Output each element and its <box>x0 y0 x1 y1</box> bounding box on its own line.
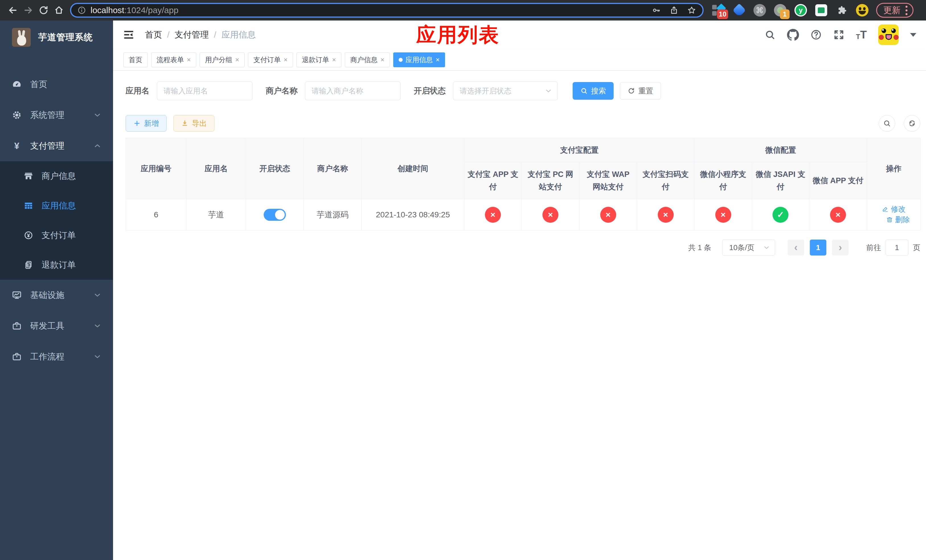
browser-home-button[interactable] <box>51 3 67 18</box>
briefcase-icon <box>11 351 22 362</box>
col-header-name: 应用名 <box>186 138 246 199</box>
sidebar-item-label: 研发工具 <box>30 320 64 332</box>
tab-pay-order[interactable]: 支付订单× <box>248 52 293 67</box>
export-button[interactable]: 导出 <box>173 115 215 132</box>
cell-alipay-wap: × <box>580 199 637 230</box>
sidebar-item-home[interactable]: 首页 <box>0 69 113 100</box>
share-icon[interactable] <box>669 6 679 15</box>
fullscreen-icon[interactable] <box>833 29 844 41</box>
close-icon[interactable]: × <box>284 56 287 63</box>
cell-merchant: 芋道源码 <box>304 199 362 230</box>
page-size-select[interactable]: 10条/页 <box>722 239 775 256</box>
avatar-caret-icon[interactable] <box>910 33 916 37</box>
close-icon[interactable]: × <box>332 56 336 63</box>
password-key-icon[interactable] <box>652 6 661 15</box>
merchant-name-input[interactable] <box>305 82 401 100</box>
search-button[interactable]: 搜索 <box>573 82 614 100</box>
sidebar-item-infra[interactable]: 基础设施 <box>0 280 113 310</box>
github-icon[interactable] <box>787 29 799 41</box>
refresh-table-button[interactable] <box>904 115 920 132</box>
browser-menu-kebab-icon[interactable] <box>905 6 908 15</box>
extension-yuque-icon[interactable]: y <box>794 4 807 17</box>
sidebar-item-pay[interactable]: ¥ 支付管理 <box>0 130 113 161</box>
sidebar-item-workflow[interactable]: 工作流程 <box>0 341 113 372</box>
sidebar-item-dev-tools[interactable]: 研发工具 <box>0 310 113 341</box>
edit-pencil-icon <box>882 206 889 213</box>
tab-refund-order[interactable]: 退款订单× <box>297 52 341 67</box>
cell-wx-mini: × <box>694 199 752 230</box>
active-tab-dot <box>399 58 402 62</box>
sidebar-item-refund-order[interactable]: 退款订单 <box>0 250 113 280</box>
tab-merchant-info[interactable]: 商户信息× <box>345 52 390 67</box>
close-icon[interactable]: × <box>187 56 191 63</box>
status-select[interactable]: 请选择开启状态 <box>453 82 558 100</box>
help-icon[interactable] <box>810 29 822 41</box>
extensions-area: 10 ⌘ 1 y <box>712 4 869 17</box>
close-icon[interactable]: × <box>436 56 440 63</box>
sidebar-item-label: 首页 <box>30 79 47 90</box>
browser-back-button[interactable] <box>5 3 21 18</box>
tab-process-form[interactable]: 流程表单× <box>151 52 196 67</box>
browser-reload-button[interactable] <box>36 3 51 18</box>
header-search-icon[interactable] <box>764 29 776 41</box>
refresh-icon <box>628 87 635 95</box>
app-title: 芋道管理系统 <box>38 31 93 43</box>
sidebar-collapse-icon[interactable] <box>123 29 135 41</box>
url-text[interactable]: localhost:1024/pay/app <box>91 5 652 15</box>
extension-smiley-icon[interactable] <box>856 4 869 17</box>
bookmark-star-icon[interactable] <box>687 6 696 15</box>
gear-icon <box>11 110 22 120</box>
reset-button[interactable]: 重置 <box>620 82 661 100</box>
search-icon <box>580 87 588 95</box>
prev-page-button[interactable]: ‹ <box>788 239 804 256</box>
chevron-down-icon <box>93 111 101 120</box>
extension-command-icon[interactable]: ⌘ <box>753 4 766 17</box>
cell-created: 2021-10-23 08:49:25 <box>362 199 465 230</box>
show-search-toggle-button[interactable] <box>879 115 895 132</box>
cell-wx-app: × <box>809 199 867 230</box>
tab-user-group[interactable]: 用户分组× <box>200 52 245 67</box>
close-icon[interactable]: × <box>380 56 384 63</box>
sidebar-item-label: 基础设施 <box>30 289 64 301</box>
breadcrumb-pay[interactable]: 支付管理 <box>174 29 209 41</box>
app-name-input[interactable] <box>157 82 253 100</box>
sidebar-item-merchant-info[interactable]: 商户信息 <box>0 161 113 191</box>
tab-home[interactable]: 首页 <box>123 52 148 67</box>
pagination: 共 1 条 10条/页 ‹ 1 › 前往 页 <box>126 239 920 256</box>
goto-page-input[interactable] <box>885 239 908 256</box>
extension-diamond-icon[interactable]: 10 <box>712 4 725 17</box>
chevron-down-icon <box>93 353 101 361</box>
user-avatar[interactable] <box>878 24 899 45</box>
add-button[interactable]: 新增 <box>126 115 166 132</box>
status-circle: × <box>485 207 501 223</box>
next-page-button[interactable]: › <box>832 239 849 256</box>
col-header-status: 开启状态 <box>246 138 304 199</box>
filter-app-name-label: 应用名 <box>126 85 150 96</box>
enabled-switch[interactable] <box>264 209 286 221</box>
refresh-icon <box>908 120 916 127</box>
close-icon[interactable]: × <box>235 56 239 63</box>
sidebar-item-label: 支付订单 <box>42 230 76 241</box>
tab-app-info[interactable]: 应用信息× <box>393 52 445 67</box>
edit-link[interactable]: 修改 <box>882 204 906 214</box>
page-number-button[interactable]: 1 <box>810 239 826 256</box>
plus-icon <box>133 120 141 127</box>
site-info-icon[interactable] <box>77 6 86 15</box>
browser-update-button[interactable]: 更新 <box>876 3 914 18</box>
status-circle: × <box>542 207 558 223</box>
breadcrumb-home[interactable]: 首页 <box>145 29 162 41</box>
browser-forward-button[interactable] <box>21 3 36 18</box>
chevron-up-icon <box>93 142 101 150</box>
col-header-action: 操作 <box>867 138 921 199</box>
extension-chat-icon[interactable] <box>815 4 828 17</box>
extension-gem-icon[interactable] <box>733 4 746 17</box>
extension-recorder-icon[interactable]: 1 <box>774 4 787 17</box>
sidebar-item-app-info[interactable]: 应用信息 <box>0 191 113 221</box>
delete-link[interactable]: 删除 <box>886 215 910 225</box>
font-size-icon[interactable]: TT <box>856 29 867 40</box>
extensions-puzzle-icon[interactable] <box>835 4 848 17</box>
sidebar-item-pay-order[interactable]: 支付订单 <box>0 221 113 250</box>
top-navbar: 首页 / 支付管理 / 应用信息 TT <box>113 21 926 49</box>
sidebar-item-system[interactable]: 系统管理 <box>0 100 113 130</box>
address-bar[interactable]: localhost:1024/pay/app <box>70 3 704 18</box>
